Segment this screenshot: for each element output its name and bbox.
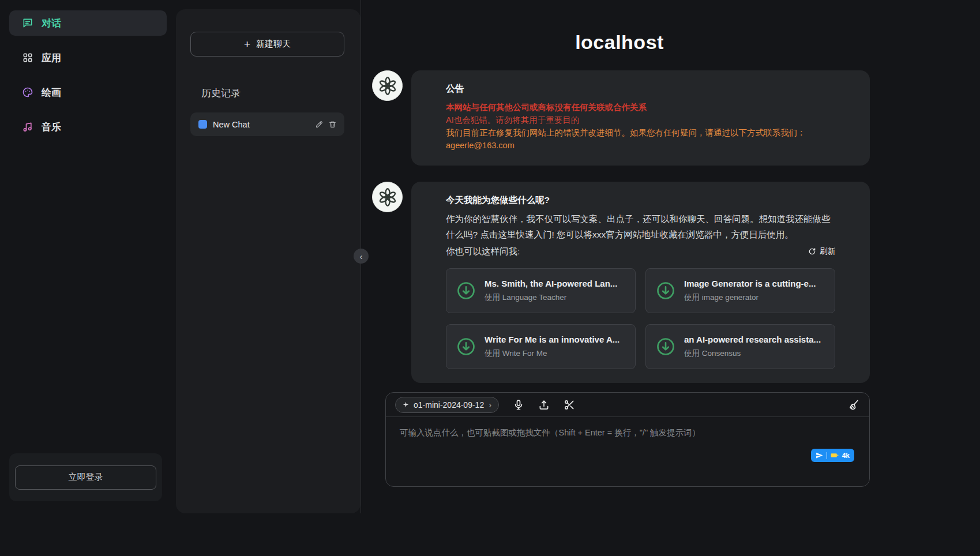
suggestion-title: Write For Me is an innovative A...	[485, 335, 619, 344]
chat-color-icon	[198, 120, 207, 129]
chevron-right-icon: ›	[489, 400, 491, 409]
scissors-button[interactable]	[564, 399, 575, 411]
openai-logo-icon	[378, 187, 397, 207]
sidebar-item-label: 应用	[42, 51, 61, 65]
chat-list-panel: + 新建聊天 历史记录 New Chat	[176, 9, 361, 513]
battery-icon	[831, 452, 839, 459]
announcement-line: 本网站与任何其他公司或商标没有任何关联或合作关系	[446, 101, 835, 114]
chat-content: localhost	[369, 0, 870, 487]
upload-image-button[interactable]	[538, 399, 550, 411]
page-title: localhost	[369, 30, 870, 54]
prompt-arrow-icon	[456, 336, 476, 357]
suggestion-grid: Ms. Smith, the AI-powered Lan... 使用 Lang…	[446, 268, 835, 369]
suggestion-title: an AI-powered research assista...	[684, 335, 821, 344]
token-count: 4k	[842, 452, 850, 460]
delete-trash-icon[interactable]	[329, 121, 336, 128]
suggestion-subtitle: 使用 Consensus	[684, 348, 821, 359]
history-item-actions	[316, 121, 336, 128]
suggestion-subtitle: 使用 image generator	[684, 292, 816, 303]
collapse-sidebar-button[interactable]: ‹	[354, 249, 369, 264]
sidebar-item-paint[interactable]: 绘画	[9, 80, 167, 105]
openai-logo-icon	[378, 76, 397, 96]
welcome-heading: 今天我能为您做些什么呢?	[446, 194, 835, 206]
sidebar: 对话 应用 绘画	[0, 0, 176, 556]
welcome-card: 今天我能为您做些什么呢? 作为你的智慧伙伴，我不仅可以写文案、出点子，还可以和你…	[411, 182, 870, 383]
contact-email-link[interactable]: ageerle@163.com	[446, 139, 515, 152]
refresh-suggestions-button[interactable]: 刷新	[808, 246, 835, 257]
token-count-badge[interactable]: 4k	[811, 449, 854, 462]
clear-context-broom-button[interactable]	[848, 399, 860, 411]
send-plane-icon	[816, 452, 823, 459]
chat-main: localhost	[361, 0, 980, 556]
badge-divider	[827, 452, 827, 459]
suggestion-card[interactable]: Write For Me is an innovative A... 使用 Wr…	[446, 324, 636, 369]
suggestion-texts: Ms. Smith, the AI-powered Lan... 使用 Lang…	[485, 279, 617, 303]
login-button[interactable]: 立即登录	[15, 465, 156, 490]
sidebar-item-label: 音乐	[42, 121, 61, 134]
sidebar-item-apps[interactable]: 应用	[9, 45, 167, 70]
refresh-icon	[808, 247, 816, 256]
announcement-heading: 公告	[446, 83, 835, 95]
message-welcome: 今天我能为您做些什么呢? 作为你的智慧伙伴，我不仅可以写文案、出点子，还可以和你…	[372, 182, 870, 383]
music-note-icon	[22, 121, 33, 133]
sidebar-item-chat[interactable]: 对话	[9, 10, 167, 36]
edit-pencil-icon[interactable]	[316, 121, 323, 128]
assistant-avatar	[372, 70, 403, 101]
suggestion-subtitle: 使用 Language Teacher	[485, 292, 617, 303]
microphone-button[interactable]	[513, 399, 524, 411]
suggestion-subtitle: 使用 Write For Me	[485, 348, 619, 359]
message-announcement: 公告 本网站与任何其他公司或商标没有任何关联或合作关系 AI也会犯错。请勿将其用…	[372, 70, 870, 166]
announcement-line: 我们目前正在修复我们网站上的错误并改进细节。如果您有任何疑问，请通过以下方式联系…	[446, 126, 835, 139]
suggestion-texts: an AI-powered research assista... 使用 Con…	[684, 335, 821, 359]
hint-row: 你也可以这样问我: 刷新	[446, 243, 835, 259]
history-item-title: New Chat	[213, 120, 310, 129]
history-item[interactable]: New Chat	[190, 112, 344, 136]
login-panel: 立即登录	[9, 453, 162, 501]
new-chat-button[interactable]: + 新建聊天	[190, 32, 344, 57]
suggestion-title: Ms. Smith, the AI-powered Lan...	[485, 279, 617, 288]
suggestion-card[interactable]: Ms. Smith, the AI-powered Lan... 使用 Lang…	[446, 268, 636, 313]
announcement-line: AI也会犯错。请勿将其用于重要目的	[446, 114, 835, 126]
palette-icon	[22, 87, 33, 98]
prompt-arrow-icon	[655, 280, 676, 301]
app-root: 对话 应用 绘画	[0, 0, 980, 556]
refresh-label: 刷新	[820, 246, 835, 257]
welcome-body: 作为你的智慧伙伴，我不仅可以写文案、出点子，还可以和你聊天、回答问题。想知道我还…	[446, 211, 835, 242]
prompt-arrow-icon	[655, 336, 676, 357]
sidebar-item-music[interactable]: 音乐	[9, 114, 167, 140]
sidebar-item-label: 绘画	[42, 86, 61, 99]
assistant-avatar	[372, 182, 403, 212]
suggestion-card[interactable]: an AI-powered research assista... 使用 Con…	[645, 324, 835, 369]
suggestion-title: Image Generator is a cutting-e...	[684, 279, 816, 288]
announcement-card: 公告 本网站与任何其他公司或商标没有任何关联或合作关系 AI也会犯错。请勿将其用…	[411, 70, 870, 166]
history-title: 历史记录	[201, 87, 241, 100]
model-name: o1-mini-2024-09-12	[414, 400, 484, 410]
composer: o1-mini-2024-09-12 ›	[385, 392, 870, 487]
plus-icon: +	[244, 39, 250, 50]
composer-toolbar: o1-mini-2024-09-12 ›	[386, 393, 869, 417]
sidebar-item-label: 对话	[42, 17, 61, 30]
message-input[interactable]	[386, 417, 869, 463]
model-selector[interactable]: o1-mini-2024-09-12 ›	[395, 397, 499, 413]
suggestion-texts: Write For Me is an innovative A... 使用 Wr…	[485, 335, 619, 359]
chat-bubble-icon	[22, 17, 33, 29]
grid-icon	[22, 52, 33, 63]
prompt-arrow-icon	[456, 280, 476, 301]
suggestion-card[interactable]: Image Generator is a cutting-e... 使用 ima…	[645, 268, 835, 313]
suggestion-texts: Image Generator is a cutting-e... 使用 ima…	[684, 279, 816, 303]
new-chat-label: 新建聊天	[256, 39, 291, 50]
sparkle-icon	[403, 401, 409, 408]
hint-text: 你也可以这样问我:	[446, 243, 520, 259]
